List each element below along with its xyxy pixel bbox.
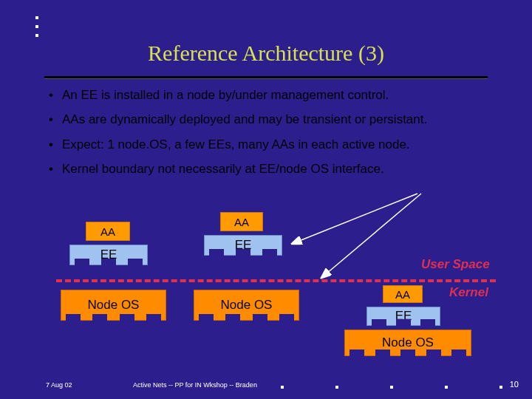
nodeos-box-1: Node OS — [61, 290, 166, 321]
bullet-list: An EE is installed in a node by/under ma… — [0, 87, 532, 177]
decorative-bullets — [35, 16, 38, 43]
nodeos-box-3: Node OS — [344, 330, 471, 356]
svg-line-0 — [292, 194, 417, 244]
footer-dots — [281, 386, 502, 389]
title-underline — [44, 76, 488, 78]
ee-box-3: EE — [366, 307, 440, 326]
slide-title: Reference Architecture (3) — [0, 0, 532, 66]
footer-date: 7 Aug 02 — [46, 381, 72, 389]
bullet-item: AAs are dynamically deployed and may be … — [62, 112, 479, 127]
footer-page-number: 10 — [510, 380, 519, 389]
nodeos-box-2: Node OS — [194, 290, 299, 321]
ee-label: EE — [235, 238, 252, 253]
ee-label: EE — [100, 248, 117, 262]
ee-box-2: EE — [204, 235, 282, 256]
aa-box-3: AA — [383, 285, 423, 303]
ee-label: EE — [395, 309, 412, 324]
aa-label: AA — [100, 225, 115, 238]
nodeos-label: Node OS — [88, 298, 140, 313]
ee-box-1: EE — [69, 245, 148, 265]
svg-line-1 — [321, 194, 421, 278]
bullet-item: Expect: 1 node.OS, a few EEs, many AAs i… — [62, 137, 479, 152]
user-space-label: User Space — [421, 257, 490, 272]
aa-label: AA — [234, 216, 249, 228]
footer-center: Active Nets -- PP for IN Wkshop -- Brade… — [133, 381, 257, 389]
nodeos-label: Node OS — [221, 298, 273, 313]
kernel-label: Kernel — [449, 285, 488, 300]
nodeos-label: Node OS — [382, 335, 434, 350]
aa-box-2: AA — [220, 212, 263, 231]
aa-box-1: AA — [86, 222, 130, 241]
kernel-boundary-line — [56, 279, 496, 282]
bullet-item: Kernel boundary not necessarily at EE/no… — [62, 161, 479, 177]
aa-label: AA — [395, 288, 410, 301]
bullet-item: An EE is installed in a node by/under ma… — [62, 87, 479, 103]
